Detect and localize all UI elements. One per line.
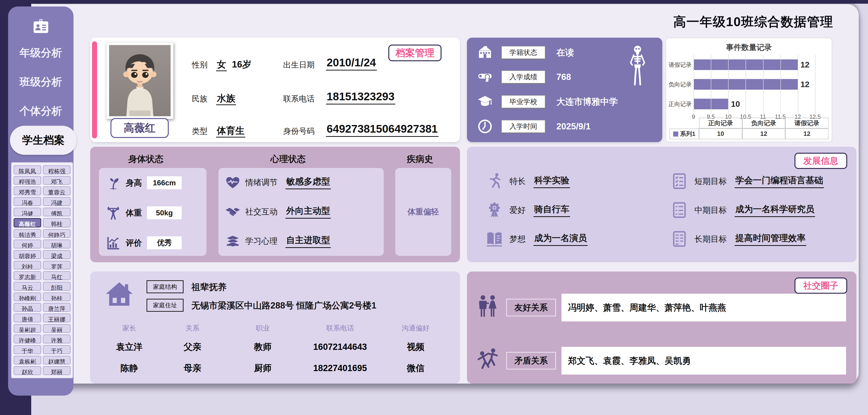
eval-input[interactable]: 优秀 xyxy=(147,236,182,249)
student-list-item[interactable]: 胡琳 xyxy=(43,240,70,248)
social-circle-badge[interactable]: 社交圈子 xyxy=(795,278,847,294)
sprout-icon xyxy=(105,175,121,191)
app-canvas: 高一年级10班综合数据管理 年级分析班级分析个体分析学生档案班级成绩年级成绩 陈… xyxy=(0,0,868,415)
family-structure-label[interactable]: 家庭结构 xyxy=(147,280,184,293)
enrollment-status-panel: 学籍状态 在读 入学成绩 768 毕业学校 大连市博雅中学 xyxy=(467,38,662,142)
student-list-item[interactable]: 冯健 xyxy=(13,208,41,217)
open-book-icon xyxy=(486,230,503,248)
sidebar-item-1[interactable]: 班级分析 xyxy=(8,67,73,97)
student-list-item[interactable]: 许健峰 xyxy=(13,334,41,343)
short-goal-value: 学会一门编程语言基础 xyxy=(735,174,824,188)
id-card-icon xyxy=(30,18,52,36)
student-list-item[interactable]: 唐倩 xyxy=(13,314,41,322)
student-list-item[interactable]: 罗莲 xyxy=(43,261,70,270)
psych-card: 情绪调节 敏感多虑型 社交互动 外向主动型 xyxy=(218,168,384,256)
family-panel: 家庭结构 家庭住址 祖辈抚养 无锡市梁溪区中山路288号 恒隆广场公寓2号楼1 … xyxy=(90,272,460,384)
id-label: 身份号码 xyxy=(283,126,315,136)
student-list-item[interactable]: 赵欣 xyxy=(13,366,41,375)
student-list-panel: 陈凤凤程栋强程强浩邓飞邓秀雪董蓉云冯春冯建冯健傅凯高薇红韩桂韩洁秀何静巧何婷胡琳… xyxy=(11,162,73,378)
student-list-item[interactable]: 吴彬超 xyxy=(13,324,41,333)
bar-row: 正向记录 10 xyxy=(693,94,815,114)
student-list-item[interactable]: 邓飞 xyxy=(43,176,70,185)
family-address-label[interactable]: 家庭住址 xyxy=(147,299,184,312)
parents-table-cell: 18227401695 xyxy=(300,358,380,379)
friend-relation-input[interactable]: 冯明婷、萧雪、周建华、萧萍艳、叶燕燕 xyxy=(561,294,846,321)
status-label-box[interactable]: 学籍状态 xyxy=(501,46,545,59)
status-label-box[interactable]: 入学时间 xyxy=(501,120,545,133)
status-value: 768 xyxy=(556,72,571,82)
status-label-box[interactable]: 毕业学校 xyxy=(501,95,545,108)
student-list-item[interactable]: 梁成 xyxy=(43,250,70,259)
bar-value-label: 10 xyxy=(731,99,740,108)
student-list-item[interactable]: 陈凤凤 xyxy=(13,165,41,174)
parents-table-cell: 袁立洋 xyxy=(99,337,159,358)
student-list-item[interactable]: 董蓉云 xyxy=(43,187,70,195)
student-list-item[interactable]: 吴丽 xyxy=(43,324,70,333)
height-input[interactable]: 166cm xyxy=(147,176,182,189)
student-list-item[interactable]: 冯春 xyxy=(13,197,41,206)
student-list-item[interactable]: 胡蓉婷 xyxy=(13,250,41,259)
evaluation-chart-icon xyxy=(105,235,121,251)
disease-history-value: 体重偏轻 xyxy=(395,206,451,217)
student-list-item[interactable]: 邓秀雪 xyxy=(13,187,41,195)
student-list-item[interactable]: 程栋强 xyxy=(43,165,70,174)
sidebar-item-3[interactable]: 学生档案 xyxy=(10,126,77,155)
student-list-item[interactable]: 孙峰刚 xyxy=(13,292,41,301)
hobby-label: 爱好 xyxy=(509,205,526,216)
student-list-item[interactable]: 何静巧 xyxy=(43,229,70,238)
legend-value: 12 xyxy=(785,128,829,139)
student-list-item[interactable]: 程强浩 xyxy=(13,176,41,185)
profile-card: 高薇红 性别 女 16岁 出生日期 2010/1/24 民族 水族 联系电话 1… xyxy=(90,38,460,142)
parents-table: 家长关系职业联系电话沟通偏好袁立洋父亲教师16072144643视频陈静母亲厨师… xyxy=(99,320,451,379)
dream-value: 成为一名演员 xyxy=(533,232,588,246)
weight-input[interactable]: 50kg xyxy=(147,206,182,219)
friend-relation-label[interactable]: 友好关系 xyxy=(506,299,556,316)
conflict-relation-label[interactable]: 矛盾关系 xyxy=(506,352,556,370)
student-list-item[interactable]: 罗志新 xyxy=(13,271,41,280)
birth-value: 2010/1/24 xyxy=(326,56,377,69)
student-list-item[interactable]: 孙晶 xyxy=(13,303,41,312)
dream-label: 梦想 xyxy=(509,234,526,245)
social-interaction-label: 社交互动 xyxy=(245,206,278,217)
sidebar-item-0[interactable]: 年级分析 xyxy=(8,38,73,67)
student-list-item[interactable]: 马红 xyxy=(43,271,70,280)
sidebar-item-2[interactable]: 个体分析 xyxy=(8,97,73,126)
conflict-relation-input[interactable]: 郑文飞、袁霞、李雅凤、吴凯勇 xyxy=(561,347,846,375)
student-list-item[interactable]: 韩桂 xyxy=(43,218,70,227)
parents-table-cell: 陈静 xyxy=(99,358,159,379)
family-address-value: 无锡市梁溪区中山路288号 恒隆广场公寓2号楼1 xyxy=(191,300,376,312)
ethnic-label: 民族 xyxy=(192,94,208,104)
height-label: 身高 xyxy=(126,178,142,188)
short-goal-label: 短期目标 xyxy=(694,176,727,187)
gridline xyxy=(728,55,728,114)
gridline xyxy=(693,55,694,114)
student-list-item[interactable]: 马云 xyxy=(13,282,41,291)
hobby-value: 骑自行车 xyxy=(533,203,570,217)
bar-category-label: 请假记录 xyxy=(669,61,691,68)
student-list-item[interactable]: 于巧 xyxy=(43,345,70,354)
student-list-item[interactable]: 刘桂 xyxy=(13,261,41,270)
bar-row: 请假记录 12 xyxy=(693,55,815,74)
status-label-box[interactable]: 入学成绩 xyxy=(501,70,545,84)
student-list-item[interactable]: 何婷 xyxy=(13,240,41,248)
student-list-item[interactable]: 唐兰萍 xyxy=(43,303,70,312)
student-list-item[interactable]: 傅凯 xyxy=(43,208,70,217)
student-list-item[interactable]: 韩洁秀 xyxy=(13,229,41,238)
student-list-item[interactable]: 许雅 xyxy=(43,334,70,343)
parents-table-cell: 微信 xyxy=(380,358,451,379)
archive-management-badge[interactable]: 档案管理 xyxy=(389,44,441,61)
parents-table-cell: 厨师 xyxy=(226,358,300,379)
talent-value: 科学实验 xyxy=(533,174,570,188)
student-list-item[interactable]: 冯建 xyxy=(43,197,70,206)
student-list-item[interactable]: 高薇红 xyxy=(13,218,41,227)
student-list-item[interactable]: 郑丽 xyxy=(43,366,70,375)
bar-row: 负向记录 12 xyxy=(693,74,815,94)
student-list-item[interactable]: 于华 xyxy=(13,345,41,354)
student-list-item[interactable]: 袁栋彬 xyxy=(13,356,41,364)
student-list-item[interactable]: 彭阳 xyxy=(43,282,70,291)
bar-category-label: 正向记录 xyxy=(669,100,691,108)
development-badge[interactable]: 发展信息 xyxy=(795,153,847,169)
student-list-item[interactable]: 孙桂 xyxy=(43,292,70,301)
student-list-item[interactable]: 赵娜慧 xyxy=(43,356,70,364)
student-list-item[interactable]: 王丽娜 xyxy=(43,314,70,322)
